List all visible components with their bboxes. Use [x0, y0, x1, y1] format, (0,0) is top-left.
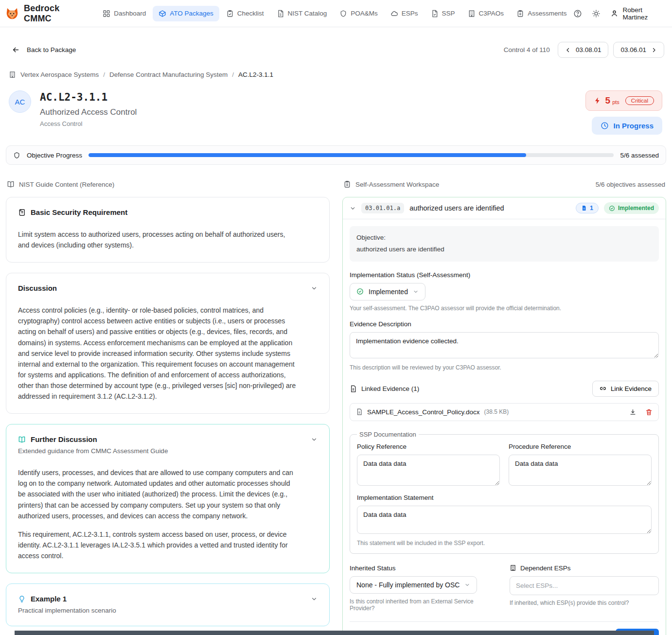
chevron-down-icon	[413, 289, 419, 295]
breadcrumb-org[interactable]: Vertex Aerospace Systems	[20, 71, 99, 78]
control-family: Access Control	[40, 120, 137, 127]
further-discussion-body2: This requirement, AC.L2-3.1.1, controls …	[18, 529, 298, 561]
clock-icon	[601, 122, 609, 130]
brand[interactable]: Bedrock CMMC	[5, 3, 85, 24]
progress-value: 5/6 assessed	[620, 152, 659, 159]
nav-label: C3PAOs	[479, 10, 504, 17]
nav-item-c3paos[interactable]: C3PAOs	[462, 6, 510, 21]
select-esps-input[interactable]	[510, 576, 659, 595]
control-family-badge: AC	[9, 90, 31, 113]
status-label: In Progress	[613, 122, 654, 130]
breadcrumb-separator: /	[232, 71, 234, 78]
evidence-desc-label: Evidence Description	[350, 320, 659, 328]
nav-item-nist-catalog[interactable]: NIST Catalog	[271, 6, 333, 21]
clipboard-icon	[516, 10, 524, 18]
points-value: 5	[605, 95, 611, 106]
back-to-package-link[interactable]: Back to Package	[12, 46, 76, 54]
objective-statement-box: Objective: authorized users are identifi…	[350, 226, 659, 262]
nav-item-checklist[interactable]: Checklist	[220, 6, 270, 21]
help-icon[interactable]	[573, 9, 582, 18]
next-control-label: 03.06.01	[620, 46, 646, 53]
breadcrumb-control: AC.L2-3.1.1	[238, 71, 273, 78]
ssp-documentation-fieldset: SSP Documentation Policy Reference Data …	[350, 431, 659, 554]
points-badge: 5 pts Critical	[585, 90, 662, 111]
dashboard-icon	[103, 10, 110, 18]
chevron-right-icon	[651, 47, 657, 53]
nav-label: ESPs	[402, 10, 418, 17]
chevron-down-icon	[350, 205, 356, 212]
chevron-down-icon[interactable]	[311, 436, 318, 443]
org-building-icon	[9, 71, 16, 78]
file-icon	[356, 408, 363, 415]
document-icon	[277, 10, 284, 18]
discussion-title: Discussion	[18, 284, 57, 292]
example-title: Example 1	[31, 595, 67, 603]
basic-requirement-body: Limit system access to authorized users,…	[18, 229, 298, 250]
user-menu[interactable]: Robert Martinez	[610, 6, 664, 21]
policy-reference-textarea[interactable]: Data data data	[357, 455, 500, 486]
impl-status-value: Implemented	[369, 288, 408, 296]
brand-name: Bedrock CMMC	[24, 3, 85, 24]
status-badge: In Progress	[592, 117, 662, 135]
inherited-status-value: None - Fully implemented by OSC	[356, 581, 460, 589]
building-icon	[468, 10, 476, 18]
download-icon[interactable]	[629, 408, 637, 416]
impl-status-select[interactable]: Implemented	[350, 283, 425, 300]
progress-fill	[88, 153, 526, 157]
prev-control-button[interactable]: 03.08.01	[558, 42, 609, 58]
status-text: Implemented	[618, 205, 654, 212]
discussion-body: Access control policies (e.g., identity-…	[18, 305, 298, 402]
nav-item-assessments[interactable]: Assessments	[511, 6, 572, 21]
evidence-desc-textarea[interactable]: Implementation evidence collected.	[350, 332, 659, 358]
nav-label: Assessments	[528, 10, 566, 17]
chevron-down-icon[interactable]	[311, 285, 318, 292]
nav-item-poams[interactable]: POA&Ms	[334, 6, 384, 21]
evidence-file-size: (38.5 KB)	[484, 408, 509, 415]
nav-item-esps[interactable]: ESPs	[385, 6, 424, 21]
trash-icon[interactable]	[645, 408, 653, 416]
nav-label: POA&Ms	[351, 10, 378, 17]
nav-item-dashboard[interactable]: Dashboard	[97, 6, 152, 21]
esp-label-text: Dependent ESPs	[520, 564, 571, 572]
shield-progress-icon	[13, 152, 20, 159]
ssp-legend: SSP Documentation	[357, 431, 419, 438]
breadcrumb-system[interactable]: Defense Contract Manufacturing System	[109, 71, 228, 78]
implementation-statement-textarea[interactable]: Data data data	[357, 506, 652, 534]
back-label: Back to Package	[27, 46, 76, 53]
nav-item-ssp[interactable]: SSP	[425, 6, 461, 21]
objective-a-header[interactable]: 03.01.01.a authorized users are identifi…	[343, 197, 666, 219]
control-position: Control 4 of 110	[504, 46, 550, 53]
nav-label: ATO Packages	[170, 10, 213, 17]
book-open-teal-icon	[18, 436, 26, 443]
dependent-esps-label: Dependent ESPs	[510, 564, 659, 572]
link-icon	[600, 385, 606, 392]
impl-status-help: Your self-assessment. The C3PAO assessor…	[350, 305, 659, 312]
example-card: Example 1 Practical implementation scena…	[6, 583, 330, 626]
further-discussion-card: Further Discussion Extended guidance fro…	[6, 424, 330, 573]
evidence-desc-help: This description will be reviewed by you…	[350, 364, 659, 371]
procedure-reference-textarea[interactable]: Data data data	[509, 455, 652, 486]
chevron-left-icon	[565, 47, 571, 53]
checklist-icon	[226, 10, 234, 18]
bolt-icon	[594, 97, 601, 105]
basic-requirement-title: Basic Security Requirement	[31, 208, 127, 216]
linked-evidence-doc-icon	[350, 385, 357, 392]
inherited-status-select[interactable]: None - Fully implemented by OSC	[350, 576, 477, 594]
horizontal-scrollbar[interactable]	[15, 631, 654, 635]
evidence-file-row[interactable]: SAMPLE_Access_Control_Policy.docx (38.5 …	[350, 403, 659, 421]
link-evidence-button[interactable]: Link Evidence	[592, 381, 659, 397]
link-evidence-label: Link Evidence	[611, 385, 652, 392]
building-icon	[510, 564, 516, 571]
next-control-button[interactable]: 03.06.01	[613, 42, 664, 58]
evidence-count: 1	[590, 205, 593, 212]
inherited-status-help: Is this control inherited from an Extern…	[350, 598, 499, 612]
chevron-down-icon[interactable]	[311, 596, 318, 602]
workspace-column: Self-Assessment Workspace 5/6 objectives…	[342, 180, 666, 635]
inherited-status-label: Inherited Status	[350, 564, 499, 572]
nav-item-ato-packages[interactable]: ATO Packages	[153, 6, 219, 21]
objective-a-code: 03.01.01.a	[361, 203, 404, 213]
nav-label: SSP	[442, 10, 455, 17]
nav-label: Checklist	[237, 10, 264, 17]
impl-status-label: Implementation Status (Self-Assessment)	[350, 271, 659, 279]
theme-toggle-sun-icon[interactable]	[592, 9, 601, 18]
